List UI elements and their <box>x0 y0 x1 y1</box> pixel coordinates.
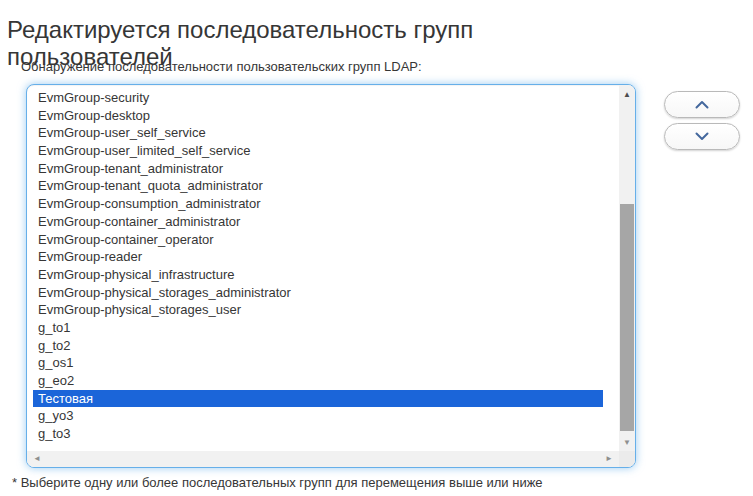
footnote: * Выберите одну или более последовательн… <box>12 475 543 490</box>
listbox-option[interactable]: EvmGroup-physical_infrastructure <box>33 266 603 284</box>
listbox-option[interactable]: EvmGroup-tenant_administrator <box>33 160 603 178</box>
listbox-option[interactable]: EvmGroup-container_operator <box>33 231 603 249</box>
listbox-option[interactable]: g_to2 <box>33 337 603 355</box>
listbox-option[interactable]: g_to3 <box>33 425 603 443</box>
listbox-option[interactable]: Тестовая <box>33 390 603 408</box>
group-sequence-listbox[interactable]: EvmGroup-securityEvmGroup-desktopEvmGrou… <box>26 84 636 468</box>
listbox-option[interactable]: g_eo2 <box>33 372 603 390</box>
listbox-option[interactable]: EvmGroup-reader <box>33 248 603 266</box>
scroll-down-icon[interactable]: ▼ <box>619 435 635 451</box>
listbox-label: Обнаружение последовательности пользоват… <box>21 59 422 74</box>
chevron-up-icon <box>695 100 709 109</box>
listbox-option[interactable]: EvmGroup-physical_storages_user <box>33 301 603 319</box>
scrollbar-corner <box>619 451 635 467</box>
scroll-right-icon[interactable]: ► <box>605 451 613 467</box>
listbox-option[interactable]: EvmGroup-physical_storages_administrator <box>33 284 603 302</box>
scroll-left-icon[interactable]: ◄ <box>33 451 41 467</box>
move-down-button[interactable] <box>664 123 740 150</box>
listbox-options: EvmGroup-securityEvmGroup-desktopEvmGrou… <box>33 89 603 443</box>
listbox-option[interactable]: g_to1 <box>33 319 603 337</box>
listbox-option[interactable]: EvmGroup-user_limited_self_service <box>33 142 603 160</box>
scroll-up-icon[interactable]: ▲ <box>619 87 635 103</box>
listbox-option[interactable]: EvmGroup-desktop <box>33 107 603 125</box>
listbox-option[interactable]: EvmGroup-tenant_quota_administrator <box>33 177 603 195</box>
listbox-option[interactable]: EvmGroup-security <box>33 89 603 107</box>
listbox-option[interactable]: g_yo3 <box>33 407 603 425</box>
listbox-option[interactable]: g_os1 <box>33 354 603 372</box>
listbox-option[interactable]: EvmGroup-container_administrator <box>33 213 603 231</box>
vertical-scrollbar[interactable]: ▲ ▼ <box>619 85 635 451</box>
horizontal-scrollbar[interactable]: ◄ ► <box>27 451 619 467</box>
listbox-option[interactable]: EvmGroup-consumption_administrator <box>33 195 603 213</box>
listbox-option[interactable]: EvmGroup-user_self_service <box>33 124 603 142</box>
chevron-down-icon <box>695 132 709 141</box>
move-up-button[interactable] <box>664 91 740 118</box>
vertical-scrollbar-thumb[interactable] <box>620 204 634 431</box>
